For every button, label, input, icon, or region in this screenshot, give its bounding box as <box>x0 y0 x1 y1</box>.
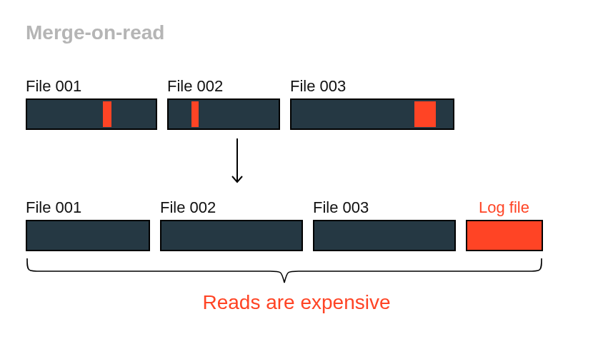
bottom-file-3-block <box>313 220 456 251</box>
arrow-down-icon <box>230 137 244 188</box>
top-file-3-block <box>290 98 454 130</box>
bottom-file-1-label: File 001 <box>26 198 81 217</box>
top-file-2-block <box>167 98 280 130</box>
log-file-label: Log file <box>479 198 529 217</box>
log-file-block <box>466 220 543 251</box>
caption-reads-expensive: Reads are expensive <box>0 291 593 314</box>
bottom-file-2-block <box>160 220 303 251</box>
top-file-1-deleted-stripe <box>103 101 111 127</box>
top-file-2-label: File 002 <box>167 77 223 96</box>
top-file-1-label: File 001 <box>26 77 81 96</box>
top-file-2-deleted-stripe <box>191 101 199 127</box>
diagram-title: Merge-on-read <box>26 21 164 44</box>
top-file-3-label: File 003 <box>290 77 346 96</box>
top-file-1-block <box>26 98 157 130</box>
bottom-file-2-label: File 002 <box>160 198 216 217</box>
brace-icon <box>26 257 543 285</box>
top-file-3-deleted-stripe <box>414 101 436 127</box>
bottom-file-1-block <box>26 220 150 251</box>
bottom-file-3-label: File 003 <box>313 198 369 217</box>
